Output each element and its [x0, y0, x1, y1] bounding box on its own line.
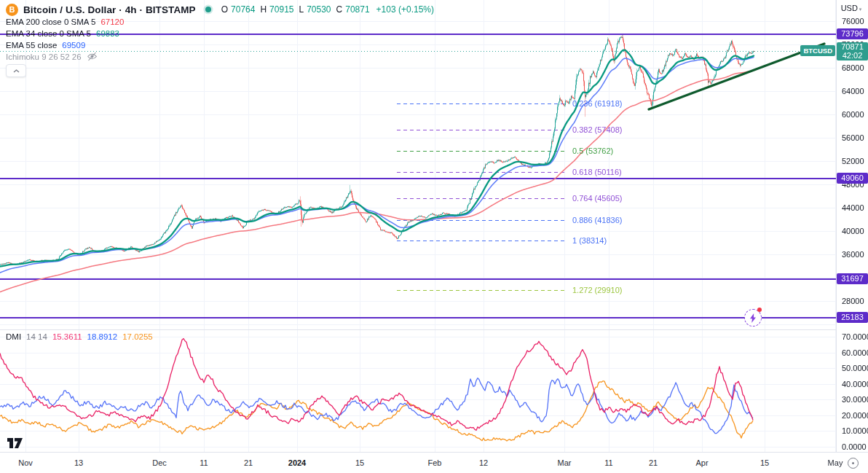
eye-off-icon[interactable] [87, 52, 98, 63]
dmi-label: DMI [6, 332, 21, 341]
time-tick: 12 [479, 458, 488, 467]
bar-countdown: 42:02 [837, 52, 868, 60]
time-tick: May [828, 458, 843, 467]
time-tick: 21 [649, 458, 658, 467]
time-tick: 13 [74, 458, 83, 467]
indicator-value: 67120 [100, 17, 124, 26]
ohlc-open-value: 70764 [231, 4, 255, 15]
symbol-header[interactable]: B Bitcoin / U.S. Dollar · 4h · BITSTAMP … [6, 3, 434, 16]
dmi-tick: 40.0000 [842, 380, 868, 388]
price-level-badge: 31697 [837, 273, 868, 284]
price-tick: 56000 [842, 133, 864, 142]
event-alert-dot [757, 308, 762, 312]
ohlc-high-value: 70915 [269, 4, 293, 15]
price-tick: 68000 [842, 63, 864, 72]
fib-level-label: 1 (38314) [572, 236, 607, 245]
time-tick: 11 [200, 458, 208, 467]
symbol-title[interactable]: Bitcoin / U.S. Dollar · 4h · BITSTAMP [23, 4, 196, 15]
fib-level-label: 0.886 (41836) [572, 216, 623, 224]
indicator-row-ema200[interactable]: EMA 200 close 0 SMA 5 67120 [6, 17, 124, 27]
price-tick: 44000 [842, 203, 864, 212]
fib-level-label: 0.236 (61918) [572, 99, 623, 108]
price-level-badge: 49060 [837, 173, 868, 184]
timezone-clock-icon[interactable] [848, 458, 859, 469]
dmi-tick: 0.0000 [842, 442, 867, 451]
chevron-up-icon [13, 69, 20, 73]
ohlc-low-label: L [299, 4, 304, 15]
price-axis[interactable]: USD▾ 76000720006800064000600005600052000… [836, 0, 868, 452]
price-tick: 40000 [842, 227, 864, 235]
indicator-value: 69883 [96, 29, 119, 38]
dmi-tick: 20.0000 [842, 411, 868, 420]
indicator-name: EMA 34 close 0 SMA 5 [6, 29, 91, 38]
price-tick: 76000 [842, 17, 864, 26]
ohlc-low-value: 70530 [307, 4, 331, 15]
price-level-badge: 73796 [837, 28, 868, 39]
time-tick: Dec [152, 458, 167, 467]
indicator-name: Ichimoku 9 26 52 26 [6, 52, 82, 61]
time-tick: Mar [558, 458, 572, 467]
pane-divider[interactable] [0, 329, 868, 330]
dmi-tick: 30.0000 [842, 395, 868, 404]
price-line-symbol-tag: BTCUSD [800, 45, 835, 56]
indicator-value: 69509 [62, 41, 85, 50]
bitcoin-logo-icon: B [6, 4, 18, 16]
collapse-indicators-button[interactable] [6, 64, 26, 77]
market-status-dot-icon[interactable] [205, 7, 211, 12]
dmi-tick: 50.0000 [842, 364, 868, 372]
ohlc-close-value: 70871 [345, 4, 369, 15]
dmi-params: 14 14 [26, 332, 47, 341]
time-tick: Feb [428, 458, 442, 467]
time-tick: 15 [355, 458, 364, 467]
tradingview-chart-window: B Bitcoin / U.S. Dollar · 4h · BITSTAMP … [0, 0, 868, 473]
fib-level-label: 0.764 (45605) [572, 194, 623, 203]
ohlc-change: +103 (+0.15%) [376, 4, 434, 15]
lightning-bolt-icon [749, 313, 757, 323]
time-tick: 15 [760, 458, 769, 467]
tradingview-logo[interactable] [7, 437, 23, 449]
time-axis[interactable]: Nov13Dec1121202415Feb12Mar1121Apr15May [0, 452, 868, 473]
currency-selector[interactable]: USD▾ [837, 4, 866, 12]
dmi-tick: 70.0000 [842, 332, 868, 341]
dmi-tick: 60.0000 [842, 348, 868, 357]
price-tick: 64000 [842, 87, 864, 95]
ohlc-values: O70764 H70915 L70530 C70871 +103 (+0.15%… [221, 4, 434, 15]
candlestick-canvas[interactable] [0, 0, 836, 452]
dmi-value-adx: 17.0255 [122, 332, 153, 341]
indicator-name: EMA 55 close [6, 41, 57, 50]
chart-pane[interactable] [0, 0, 836, 452]
dmi-value-minus: 18.8912 [87, 332, 118, 341]
price-tick: 28000 [842, 297, 864, 305]
indicator-row-ema55[interactable]: EMA 55 close 69509 [6, 40, 85, 50]
ohlc-high-label: H [260, 4, 267, 15]
fib-level-label: 0.382 (57408) [572, 125, 623, 134]
indicator-name: EMA 200 close 0 SMA 5 [6, 17, 95, 26]
indicator-row-ichimoku[interactable]: Ichimoku 9 26 52 26 [6, 52, 98, 62]
price-level-badge: 25183 [837, 312, 868, 323]
time-tick: 11 [604, 458, 612, 467]
fib-level-label: 0.618 (50116) [572, 168, 622, 176]
ohlc-open-label: O [221, 4, 228, 15]
time-tick: Nov [18, 458, 33, 467]
current-price-badge: 70871 42:02 [837, 42, 868, 60]
price-tick: 36000 [842, 250, 864, 259]
indicator-row-ema34[interactable]: EMA 34 close 0 SMA 5 69883 [6, 28, 119, 39]
price-tick: 52000 [842, 157, 864, 165]
dmi-indicator-row[interactable]: DMI 14 14 15.3611 18.8912 17.0255 [6, 332, 153, 341]
ohlc-close-label: C [336, 4, 343, 15]
current-price-value: 70871 [837, 43, 868, 52]
dmi-value-plus: 15.3611 [52, 332, 82, 341]
price-tick: 60000 [842, 110, 864, 119]
fib-level-label: 0.5 (53762) [572, 146, 613, 155]
chevron-down-icon: ▾ [859, 7, 862, 12]
fib-level-label: 1.272 (29910) [572, 286, 623, 294]
time-tick: 2024 [288, 458, 306, 467]
time-tick: Apr [695, 458, 708, 467]
time-tick: 21 [244, 458, 253, 467]
dmi-tick: 10.0000 [842, 426, 868, 435]
